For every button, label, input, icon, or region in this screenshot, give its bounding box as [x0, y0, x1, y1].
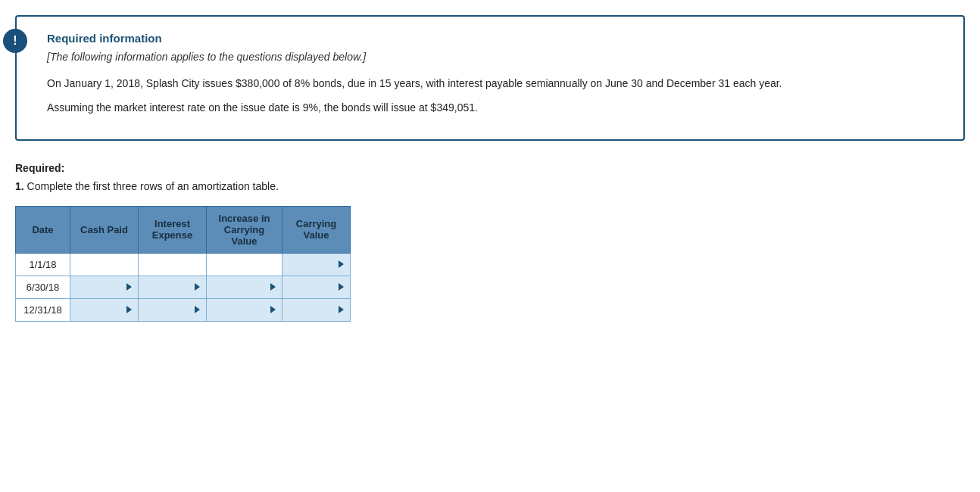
info-subtitle: [The following information applies to th… [47, 51, 945, 63]
cash-paid-cell-1 [70, 253, 139, 276]
input-marker-icon [339, 283, 344, 291]
input-marker-icon [195, 283, 200, 291]
alert-icon: ! [3, 29, 27, 53]
col-header-increase-carrying: Increase inCarryingValue [207, 206, 282, 253]
question-number: 1. [15, 180, 24, 192]
info-title: Required information [47, 32, 945, 45]
carrying-value-input-1[interactable] [282, 253, 351, 276]
carrying-value-input-2[interactable] [282, 276, 351, 298]
col-header-interest-expense: InterestExpense [139, 206, 207, 253]
input-marker-icon [195, 306, 200, 313]
required-label: Required: [15, 162, 965, 174]
table-header-row: Date Cash Paid InterestExpense Increase … [16, 206, 351, 253]
amortization-table: Date Cash Paid InterestExpense Increase … [15, 206, 351, 322]
cash-paid-input-2[interactable] [70, 276, 139, 298]
col-header-cash-paid: Cash Paid [70, 206, 139, 253]
interest-expense-input-3[interactable] [139, 298, 207, 321]
input-marker-icon [126, 306, 132, 313]
input-marker-icon [339, 260, 344, 268]
increase-carrying-input-3[interactable] [207, 298, 282, 321]
increase-carrying-input-2[interactable] [207, 276, 282, 298]
interest-expense-cell-1 [139, 253, 207, 276]
paragraph-2: Assuming the market interest rate on the… [47, 99, 945, 116]
table-row: 12/31/18 [16, 298, 351, 321]
col-header-date: Date [16, 206, 70, 253]
date-cell-2: 6/30/18 [16, 276, 70, 298]
question-text: 1. Complete the first three rows of an a… [15, 180, 965, 192]
col-header-carrying-value: CarryingValue [282, 206, 351, 253]
date-cell-1: 1/1/18 [16, 253, 70, 276]
table-row: 6/30/18 [16, 276, 351, 298]
increase-carrying-cell-1 [207, 253, 282, 276]
date-cell-3: 12/31/18 [16, 298, 70, 321]
required-section: Required: 1. Complete the first three ro… [15, 162, 965, 192]
question-body: Complete the first three rows of an amor… [27, 180, 279, 192]
input-marker-icon [270, 283, 276, 291]
input-marker-icon [270, 306, 276, 313]
paragraph-1: On January 1, 2018, Splash City issues $… [47, 75, 945, 92]
interest-expense-input-2[interactable] [139, 276, 207, 298]
input-marker-icon [126, 283, 132, 291]
table-row: 1/1/18 [16, 253, 351, 276]
input-marker-icon [339, 306, 344, 313]
cash-paid-input-3[interactable] [70, 298, 139, 321]
info-body: On January 1, 2018, Splash City issues $… [47, 75, 945, 117]
carrying-value-input-3[interactable] [282, 298, 351, 321]
info-box: ! Required information [The following in… [15, 15, 965, 141]
